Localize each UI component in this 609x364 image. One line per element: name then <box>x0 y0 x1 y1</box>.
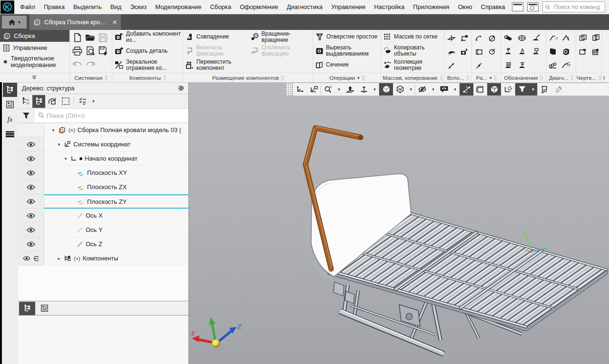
group-grip[interactable] <box>440 75 442 80</box>
copy-objects-button[interactable]: Копировать объекты <box>381 44 444 58</box>
expand-caret-icon[interactable]: ▾ <box>63 156 68 161</box>
tree-filter-button[interactable] <box>18 109 34 123</box>
menu-diagnostics[interactable]: Диагностика <box>283 0 327 14</box>
tree-relations-button[interactable] <box>46 95 59 108</box>
gear-icon[interactable] <box>177 85 185 92</box>
dim-linear-button[interactable] <box>485 31 498 45</box>
designation-leader-button[interactable] <box>529 31 543 45</box>
window-settings-icon[interactable] <box>527 2 539 11</box>
visibility-cell[interactable]: ∈ <box>18 251 44 266</box>
tree-row-plane-zx[interactable]: Плоскость ZX <box>18 180 188 194</box>
enable-fix-button[interactable]: Включить фиксацию <box>183 44 248 58</box>
tab-structure[interactable] <box>19 302 35 315</box>
document-tab[interactable]: Сборка Полная кро... ✕ <box>29 14 121 30</box>
menu-edit[interactable]: Правка <box>39 0 69 14</box>
mass-properties-asm-button[interactable] <box>560 45 572 58</box>
drawing-from-model-button[interactable] <box>589 31 601 45</box>
tab-execution-list[interactable] <box>36 302 52 315</box>
tree-row-plane-zy[interactable]: Плоскость ZY <box>18 194 188 209</box>
menu-select[interactable]: Выделить <box>69 0 106 14</box>
kompas-logo-icon[interactable]: K <box>0 0 14 14</box>
category-assembly[interactable]: Сборка <box>0 30 69 42</box>
menu-view[interactable]: Вид <box>106 0 126 14</box>
mass-properties-part-button[interactable] <box>547 45 560 58</box>
visibility-cell[interactable] <box>18 194 44 209</box>
tree-row-plane-xy[interactable]: Плоскость XY <box>18 166 188 180</box>
visibility-cell[interactable] <box>18 152 44 166</box>
print-button[interactable] <box>71 44 84 57</box>
aux-axis-button[interactable] <box>445 58 458 72</box>
group-grip[interactable] <box>163 75 166 80</box>
command-search-input[interactable] <box>552 3 602 11</box>
designation-hole-axis-button[interactable] <box>515 31 529 45</box>
visibility-cell[interactable] <box>18 137 44 152</box>
expand-caret-icon[interactable]: ▾ <box>51 128 56 133</box>
drawing-table-button[interactable] <box>589 45 601 58</box>
move-component-button[interactable]: Переместить компонент <box>183 58 248 72</box>
3d-viewport[interactable]: ▾ ▾ ▾ ▾ ▾ ▾ <box>188 82 609 364</box>
expand-caret-icon[interactable]: ▾ <box>57 142 61 147</box>
dim-radial-button[interactable] <box>485 45 498 58</box>
measure-angle-button[interactable]: ? <box>560 31 572 45</box>
simple-hole-button[interactable]: Отверстие простое <box>313 30 381 44</box>
aux-control-point-button[interactable] <box>458 45 471 58</box>
drawing-views-button[interactable] <box>577 31 589 45</box>
dim-angular-button[interactable] <box>472 45 485 58</box>
tree-row-axis-y[interactable]: Ось Y <box>18 223 188 237</box>
disable-fix-button[interactable]: Отключить фиксацию <box>248 44 313 58</box>
designation-mark-button[interactable] <box>529 45 543 58</box>
group-grip[interactable] <box>281 75 284 80</box>
save-as-button[interactable] <box>97 44 109 57</box>
ribbon-collapse[interactable] <box>0 73 69 82</box>
parameters-panel-button[interactable] <box>3 97 17 112</box>
designation-arrow-button[interactable] <box>515 58 529 72</box>
group-dropdown-icon[interactable]: ▾ <box>357 76 360 80</box>
check-geometry-button[interactable]: G? <box>560 58 572 72</box>
mirror-component-button[interactable]: Зеркальное отражение ко... <box>112 58 183 72</box>
group-grip[interactable] <box>362 75 364 80</box>
aux-local-cs-button[interactable] <box>458 31 471 45</box>
tree-ordered-view-button[interactable]: 1112 <box>19 95 32 108</box>
group-grip[interactable] <box>540 75 542 80</box>
grid-array-button[interactable]: Массив по сетке <box>381 30 444 44</box>
visibility-cell[interactable] <box>18 209 44 223</box>
visibility-cell[interactable] <box>18 223 44 237</box>
mate-coincident-button[interactable]: Совпадение <box>183 30 248 44</box>
tree-row-components[interactable]: ∈ ▸ (+) Компоненты <box>18 251 188 266</box>
category-management[interactable]: Управление <box>0 42 69 54</box>
tree-row-axis-z[interactable]: Ось Z <box>18 237 188 251</box>
print-preview-button[interactable] <box>84 44 97 57</box>
menu-management[interactable]: Управление <box>327 0 370 14</box>
tree-structure-view-button[interactable] <box>32 95 45 108</box>
menu-modeling[interactable]: Моделирование <box>151 0 206 14</box>
new-document-button[interactable] <box>71 31 84 44</box>
drawing-view-button[interactable] <box>577 45 589 58</box>
designation-section-line-button[interactable] <box>501 58 515 72</box>
measure-distance-button[interactable]: -? <box>547 31 560 45</box>
menu-help[interactable]: Справка <box>477 0 510 14</box>
designation-base-button[interactable] <box>501 45 515 58</box>
menu-sketch[interactable]: Эскиз <box>126 0 151 14</box>
tree-row-coordinate-systems[interactable]: ▾ Системы координат <box>18 137 188 152</box>
visibility-cell[interactable] <box>18 166 44 180</box>
redo-button[interactable] <box>84 57 97 71</box>
save-button[interactable] <box>97 31 109 44</box>
command-search[interactable] <box>542 1 605 12</box>
tree-search-input[interactable] <box>34 109 188 123</box>
group-grip[interactable] <box>466 75 469 80</box>
add-component-button[interactable]: Добавить компонент из... <box>112 30 183 44</box>
variables-panel-button[interactable]: fx <box>3 112 17 126</box>
tree-row-origin[interactable]: ▾ Начало координат <box>18 152 188 166</box>
group-grip[interactable] <box>494 75 496 80</box>
tree-row-root[interactable]: ▾ (+) Сборка Полная кровати модель 03 ( <box>18 123 188 137</box>
panel-menu-button[interactable] <box>3 127 17 141</box>
menu-settings[interactable]: Настройка <box>370 0 409 14</box>
create-part-button[interactable]: Создать деталь <box>112 44 183 58</box>
home-button[interactable]: ▾ <box>2 16 27 29</box>
caterpillar-button[interactable] <box>547 58 560 72</box>
group-dropdown-icon[interactable]: ▾ <box>490 76 492 80</box>
menu-applications[interactable]: Приложения <box>409 0 453 14</box>
aux-plane-button[interactable] <box>445 31 458 45</box>
cut-extrude-button[interactable]: Вырезать выдавливанием <box>313 44 381 58</box>
aux-plane2-button[interactable] <box>445 45 458 58</box>
